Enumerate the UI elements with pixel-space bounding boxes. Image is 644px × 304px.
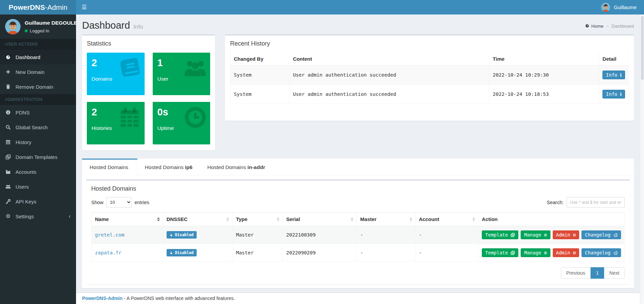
tab-hosted-domains-in-addr[interactable]: Hosted Domainsin-addr — [200, 159, 273, 175]
breadcrumb-home-link[interactable]: Home — [585, 23, 603, 29]
template-button[interactable]: Template — [482, 248, 518, 257]
scrollbar-thumb[interactable] — [641, 16, 644, 80]
stat-box-domains: 2 Domains — [87, 53, 145, 95]
user-status[interactable]: Logged In — [25, 28, 80, 33]
cell-changed-by: System — [230, 85, 290, 104]
cell-serial: 2022100309 — [283, 226, 357, 244]
admin-button[interactable]: Admin⚙ — [553, 230, 579, 239]
cell-account: - — [415, 244, 478, 262]
tab-label: Hosted Domains — [145, 164, 184, 170]
unlock-icon — [170, 251, 173, 255]
calendar-icon — [5, 139, 11, 145]
pagination-page-1-button[interactable]: 1 — [591, 267, 604, 279]
menu-bars-icon: ☰ — [81, 4, 86, 11]
sidebar-item-api-keys[interactable]: API Keys — [0, 194, 76, 209]
sidebar-item-label: Users — [16, 184, 29, 190]
sidebar-item-global-search[interactable]: Global Search — [0, 120, 76, 135]
dnssec-status-badge[interactable]: Disabled — [167, 249, 197, 256]
footer: PowerDNS-Admin - A PowerDNS web interfac… — [76, 293, 640, 304]
sidebar-item-label: PDNS — [16, 110, 30, 115]
info-button[interactable]: Infoi — [602, 90, 625, 99]
info-button[interactable]: Infoi — [602, 71, 625, 79]
page-length-select[interactable]: 10 — [106, 197, 132, 208]
tab-label-suffix: ip6 — [185, 164, 192, 170]
hosted-domains-title: Hosted Domains — [91, 185, 625, 192]
sidebar-item-accounts[interactable]: Accounts — [0, 164, 76, 179]
column-header-master[interactable]: Master — [357, 213, 416, 226]
column-header-name[interactable]: Name — [92, 213, 163, 226]
user-avatar-large — [5, 19, 21, 34]
sort-icon — [472, 217, 475, 221]
sidebar-item-pdns[interactable]: PDNS — [0, 105, 76, 120]
column-header-account[interactable]: Account — [415, 213, 478, 226]
sidebar-item-label: Accounts — [16, 169, 36, 175]
statistics-panel: Statistics 2 Domains 1 User — [82, 34, 215, 150]
cell-time: 2022-10-24 10:29:30 — [489, 65, 599, 85]
sidebar-toggle-button[interactable]: ☰ — [76, 0, 92, 15]
changelog-button[interactable]: Changelog — [581, 230, 621, 239]
sidebar-section-user-actions: USER ACTIONS — [0, 39, 76, 50]
sidebar-item-dashboard[interactable]: Dashboard — [0, 50, 76, 64]
sidebar-item-users[interactable]: Users — [0, 179, 76, 194]
column-header-content: Content — [289, 53, 489, 65]
sidebar-section-administration: ADMINISTRATION — [0, 94, 76, 105]
stat-box-histories: 2 Histories — [87, 102, 145, 144]
info-circle-icon — [5, 109, 11, 115]
pagination-previous-button[interactable]: Previous — [561, 267, 591, 279]
navbar-user-name: Guillaume — [614, 4, 637, 10]
navbar-user-menu[interactable]: Guillaume — [594, 0, 644, 15]
dnssec-status-badge[interactable]: Disabled — [167, 231, 197, 239]
cell-content: User admin authentication succeeded — [289, 85, 489, 104]
online-status-icon — [25, 29, 28, 32]
user-status-label: Logged In — [30, 28, 49, 33]
manage-button[interactable]: Manage⚙ — [521, 230, 550, 239]
sidebar-item-new-domain[interactable]: New Domain — [0, 64, 76, 79]
cell-changed-by: System — [230, 65, 290, 85]
pagination-next-button[interactable]: Next — [604, 267, 625, 279]
manage-button[interactable]: Manage⚙ — [521, 248, 550, 257]
changelog-button[interactable]: Changelog — [581, 248, 621, 257]
search-input[interactable] — [567, 197, 625, 208]
trash-icon — [5, 84, 11, 90]
domain-link[interactable]: gretel.com — [95, 232, 124, 238]
clock-icon — [184, 106, 207, 130]
column-header-dnssec[interactable]: DNSSEC — [163, 213, 232, 226]
recent-history-table: Changed By Content Time Detail System Us… — [230, 53, 629, 104]
admin-button[interactable]: Admin⚙ — [553, 248, 579, 257]
users-icon — [5, 184, 11, 190]
app-logo[interactable]: PowerDNS-Admin — [0, 0, 76, 15]
breadcrumb-home-label: Home — [591, 24, 603, 29]
sort-icon — [277, 217, 279, 221]
table-row: zapata.fr Disabled Master 2022090209 - -… — [92, 244, 625, 262]
template-button[interactable]: Template — [482, 230, 518, 239]
column-header-action: Action — [478, 213, 625, 226]
breadcrumb: Home > Dashboard — [585, 23, 634, 29]
sidebar-item-remove-domain[interactable]: Remove Domain — [0, 79, 76, 94]
sidebar-item-label: Settings — [16, 214, 34, 219]
show-label: Show — [91, 200, 103, 205]
info-button-label: Info — [606, 91, 617, 97]
info-button-label: Info — [606, 72, 617, 78]
sidebar-item-history[interactable]: History — [0, 135, 76, 149]
tab-hosted-domains-ip6[interactable]: Hosted Domainsip6 — [138, 159, 200, 175]
chevron-left-icon: ‹ — [69, 213, 71, 220]
sidebar-item-settings[interactable]: ⚙ Settings ‹ — [0, 209, 76, 224]
sidebar-item-domain-templates[interactable]: Domain Templates — [0, 149, 76, 164]
scrollbar[interactable] — [640, 15, 644, 304]
plus-icon — [5, 69, 11, 75]
search-icon — [5, 124, 11, 130]
gear-icon: ⚙ — [544, 250, 547, 255]
column-header-serial[interactable]: Serial — [283, 213, 357, 226]
column-header-type[interactable]: Type — [232, 213, 283, 226]
hosted-domains-table: Name DNSSEC Type Serial Master Account A… — [91, 212, 625, 262]
domain-link[interactable]: zapata.fr — [95, 250, 122, 255]
sort-icon — [226, 217, 229, 221]
recent-history-panel: Recent History Changed By Content Time D… — [225, 34, 634, 121]
user-avatar — [601, 3, 610, 12]
brand-bold: PowerDNS — [9, 3, 45, 11]
table-row: System User admin authentication succeed… — [230, 65, 629, 85]
tab-hosted-domains[interactable]: Hosted Domains — [82, 159, 138, 175]
page-subtitle: Info — [133, 24, 143, 30]
footer-brand-link[interactable]: PowerDNS-Admin — [82, 296, 123, 301]
sidebar-item-label: New Domain — [16, 69, 45, 75]
